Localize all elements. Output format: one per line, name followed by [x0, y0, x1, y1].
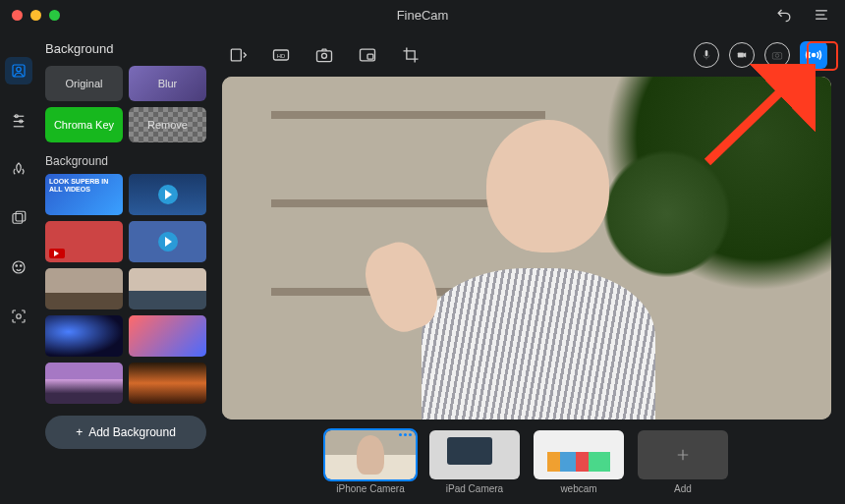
window-controls — [12, 10, 60, 21]
bg-thumb-3[interactable] — [45, 221, 123, 262]
svg-rect-25 — [738, 53, 744, 58]
svg-rect-10 — [13, 214, 23, 224]
svg-point-15 — [17, 314, 22, 319]
add-background-button[interactable]: + Add Background — [45, 416, 206, 449]
mic-button[interactable] — [694, 42, 719, 68]
bg-thumb-1[interactable] — [45, 174, 123, 215]
preview-toolbar: HD — [222, 37, 831, 73]
titlebar: FineCam — [0, 0, 845, 29]
side-rail — [0, 29, 37, 504]
background-thumbnails — [45, 174, 206, 404]
snapshot-icon[interactable] — [312, 43, 336, 67]
crop-icon[interactable] — [399, 43, 422, 67]
source-iphone-camera[interactable]: iPhone Camera — [325, 430, 416, 494]
expand-icon[interactable] — [226, 43, 250, 67]
svg-text:HD: HD — [277, 53, 285, 59]
broadcast-button[interactable] — [800, 41, 827, 69]
close-window[interactable] — [12, 10, 23, 21]
bg-thumb-10[interactable] — [129, 363, 206, 404]
source-label: iPhone Camera — [336, 483, 404, 494]
svg-point-14 — [21, 265, 23, 267]
hd-icon[interactable]: HD — [269, 43, 293, 67]
blur-button[interactable]: Blur — [129, 66, 206, 101]
rail-effects[interactable] — [5, 155, 32, 183]
svg-point-28 — [813, 54, 816, 57]
main-area: HD — [214, 29, 845, 504]
bg-thumb-9[interactable] — [45, 363, 123, 404]
rail-background[interactable] — [5, 57, 32, 84]
menu-icon[interactable] — [810, 3, 833, 27]
undo-icon[interactable] — [772, 3, 796, 27]
maximize-window[interactable] — [49, 10, 60, 21]
source-label: webcam — [560, 483, 596, 494]
app-title: FineCam — [397, 8, 449, 23]
source-ipad-camera[interactable]: iPad Camera — [429, 430, 520, 494]
original-button[interactable]: Original — [45, 66, 123, 101]
source-webcam[interactable]: webcam — [534, 430, 624, 494]
bg-thumb-4[interactable] — [129, 221, 206, 262]
rail-overlay[interactable] — [5, 204, 32, 232]
svg-point-4 — [17, 67, 22, 72]
add-background-label: Add Background — [88, 425, 176, 439]
minimize-window[interactable] — [30, 10, 41, 21]
rail-adjustments[interactable] — [5, 106, 32, 134]
bg-thumb-8[interactable] — [129, 315, 206, 357]
source-label: Add — [674, 483, 692, 494]
background-section-label: Background — [45, 154, 206, 168]
rail-face[interactable] — [5, 253, 32, 281]
svg-rect-23 — [705, 50, 707, 56]
chroma-key-button[interactable]: Chroma Key — [45, 107, 123, 142]
video-preview — [222, 77, 831, 420]
bg-thumb-7[interactable] — [45, 315, 123, 357]
record-button[interactable] — [729, 42, 755, 68]
plus-icon: + — [76, 425, 83, 439]
bg-thumb-5[interactable] — [45, 268, 123, 309]
source-label: iPad Camera — [446, 483, 503, 494]
svg-point-27 — [775, 54, 779, 58]
photo-button[interactable] — [764, 42, 790, 68]
svg-point-13 — [16, 265, 18, 267]
svg-rect-26 — [772, 53, 781, 59]
svg-rect-22 — [367, 54, 373, 59]
background-panel: Background Original Blur Chroma Key Remo… — [37, 29, 214, 504]
pip-icon[interactable] — [356, 43, 379, 67]
bg-thumb-6[interactable] — [129, 268, 206, 309]
svg-rect-16 — [231, 49, 241, 61]
source-add[interactable]: Add — [638, 430, 728, 494]
remove-button[interactable]: Remove — [129, 107, 206, 142]
svg-point-12 — [13, 261, 25, 273]
svg-rect-19 — [317, 51, 332, 62]
source-strip: iPhone Camera iPad Camera webcam Add — [222, 425, 831, 498]
bg-thumb-2[interactable] — [129, 174, 206, 215]
panel-title: Background — [45, 41, 206, 56]
rail-focus[interactable] — [5, 303, 32, 330]
svg-point-20 — [322, 53, 327, 58]
svg-rect-11 — [16, 211, 26, 221]
